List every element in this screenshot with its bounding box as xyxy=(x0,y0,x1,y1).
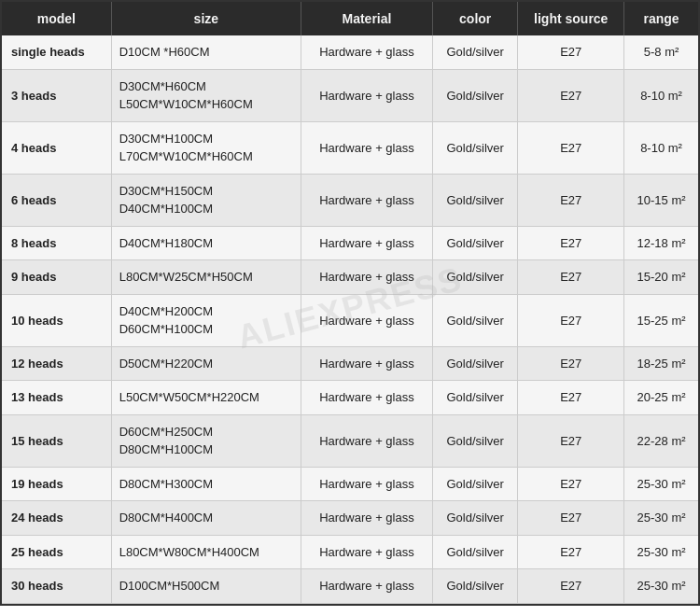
table-row: 30 heads D100CM*H500CM Hardware + glass … xyxy=(2,569,698,604)
cell-model: 4 heads xyxy=(2,121,111,174)
cell-material: Hardware + glass xyxy=(301,414,433,467)
cell-color: Gold/silver xyxy=(432,174,518,226)
cell-model: 6 heads xyxy=(2,174,111,226)
cell-light-source: E27 xyxy=(518,467,624,501)
product-table-wrapper: model size Material color light source r… xyxy=(0,0,700,606)
cell-light-source: E27 xyxy=(518,260,624,295)
cell-color: Gold/silver xyxy=(432,501,518,536)
cell-light-source: E27 xyxy=(518,535,624,569)
cell-material: Hardware + glass xyxy=(301,501,433,536)
cell-range: 22-28 m² xyxy=(624,414,698,467)
table-row: 10 heads D40CM*H200CMD60CM*H100CM Hardwa… xyxy=(2,294,698,346)
table-row: 8 heads D40CM*H180CM Hardware + glass Go… xyxy=(2,226,698,260)
cell-model: 25 heads xyxy=(2,535,111,569)
cell-model: single heads xyxy=(2,35,111,69)
table-row: 6 heads D30CM*H150CMD40CM*H100CM Hardwar… xyxy=(2,174,698,226)
cell-color: Gold/silver xyxy=(432,294,518,346)
cell-range: 18-25 m² xyxy=(624,346,698,381)
cell-range: 25-30 m² xyxy=(624,535,698,569)
cell-light-source: E27 xyxy=(518,69,624,121)
cell-range: 12-18 m² xyxy=(624,226,698,260)
cell-light-source: E27 xyxy=(518,226,624,260)
cell-model: 9 heads xyxy=(2,260,111,295)
cell-light-source: E27 xyxy=(518,501,624,536)
cell-color: Gold/silver xyxy=(432,35,518,69)
cell-light-source: E27 xyxy=(518,569,624,604)
header-color: color xyxy=(432,2,518,35)
cell-material: Hardware + glass xyxy=(301,174,433,226)
cell-color: Gold/silver xyxy=(432,569,518,604)
cell-light-source: E27 xyxy=(518,346,624,381)
cell-material: Hardware + glass xyxy=(301,535,433,569)
table-row: 19 heads D80CM*H300CM Hardware + glass G… xyxy=(2,467,698,501)
cell-light-source: E27 xyxy=(518,414,624,467)
cell-model: 10 heads xyxy=(2,294,111,346)
cell-size: D80CM*H300CM xyxy=(111,467,301,501)
cell-light-source: E27 xyxy=(518,121,624,174)
cell-size: D80CM*H400CM xyxy=(111,501,301,536)
cell-range: 25-30 m² xyxy=(624,467,698,501)
cell-size: D40CM*H180CM xyxy=(111,226,301,260)
cell-material: Hardware + glass xyxy=(301,121,433,174)
cell-material: Hardware + glass xyxy=(301,569,433,604)
cell-range: 15-25 m² xyxy=(624,294,698,346)
cell-size: D60CM*H250CMD80CM*H100CM xyxy=(111,414,301,467)
cell-range: 15-20 m² xyxy=(624,260,698,295)
cell-color: Gold/silver xyxy=(432,414,518,467)
cell-size: L50CM*W50CM*H220CM xyxy=(111,381,301,415)
table-row: 15 heads D60CM*H250CMD80CM*H100CM Hardwa… xyxy=(2,414,698,467)
table-row: 4 heads D30CM*H100CML70CM*W10CM*H60CM Ha… xyxy=(2,121,698,174)
cell-color: Gold/silver xyxy=(432,69,518,121)
cell-model: 24 heads xyxy=(2,501,111,536)
cell-model: 3 heads xyxy=(2,69,111,121)
cell-material: Hardware + glass xyxy=(301,69,433,121)
cell-model: 19 heads xyxy=(2,467,111,501)
cell-size: D40CM*H200CMD60CM*H100CM xyxy=(111,294,301,346)
cell-range: 25-30 m² xyxy=(624,501,698,536)
cell-light-source: E27 xyxy=(518,294,624,346)
cell-material: Hardware + glass xyxy=(301,467,433,501)
cell-range: 20-25 m² xyxy=(624,381,698,415)
cell-model: 12 heads xyxy=(2,346,111,381)
cell-material: Hardware + glass xyxy=(301,260,433,295)
cell-size: D100CM*H500CM xyxy=(111,569,301,604)
header-range: range xyxy=(624,2,698,35)
cell-light-source: E27 xyxy=(518,381,624,415)
cell-range: 10-15 m² xyxy=(624,174,698,226)
table-row: 12 heads D50CM*H220CM Hardware + glass G… xyxy=(2,346,698,381)
header-light-source: light source xyxy=(518,2,624,35)
cell-material: Hardware + glass xyxy=(301,294,433,346)
table-row: 24 heads D80CM*H400CM Hardware + glass G… xyxy=(2,501,698,536)
cell-color: Gold/silver xyxy=(432,381,518,415)
cell-range: 5-8 m² xyxy=(624,35,698,69)
cell-material: Hardware + glass xyxy=(301,35,433,69)
cell-size: D30CM*H100CML70CM*W10CM*H60CM xyxy=(111,121,301,174)
cell-material: Hardware + glass xyxy=(301,346,433,381)
cell-model: 13 heads xyxy=(2,381,111,415)
cell-size: D10CM *H60CM xyxy=(111,35,301,69)
table-row: 9 heads L80CM*W25CM*H50CM Hardware + gla… xyxy=(2,260,698,295)
cell-material: Hardware + glass xyxy=(301,381,433,415)
cell-size: L80CM*W25CM*H50CM xyxy=(111,260,301,295)
table-row: 13 heads L50CM*W50CM*H220CM Hardware + g… xyxy=(2,381,698,415)
cell-color: Gold/silver xyxy=(432,535,518,569)
table-row: 3 heads D30CM*H60CML50CM*W10CM*H60CM Har… xyxy=(2,69,698,121)
header-size: size xyxy=(111,2,301,35)
cell-color: Gold/silver xyxy=(432,121,518,174)
table-row: 25 heads L80CM*W80CM*H400CM Hardware + g… xyxy=(2,535,698,569)
cell-size: D30CM*H150CMD40CM*H100CM xyxy=(111,174,301,226)
cell-size: D50CM*H220CM xyxy=(111,346,301,381)
cell-model: 15 heads xyxy=(2,414,111,467)
table-header-row: model size Material color light source r… xyxy=(2,2,698,35)
cell-color: Gold/silver xyxy=(432,260,518,295)
cell-light-source: E27 xyxy=(518,174,624,226)
cell-color: Gold/silver xyxy=(432,346,518,381)
cell-range: 8-10 m² xyxy=(624,121,698,174)
cell-material: Hardware + glass xyxy=(301,226,433,260)
product-table: model size Material color light source r… xyxy=(2,2,698,604)
header-material: Material xyxy=(301,2,433,35)
page-container: model size Material color light source r… xyxy=(0,0,700,616)
header-model: model xyxy=(2,2,111,35)
cell-light-source: E27 xyxy=(518,35,624,69)
cell-color: Gold/silver xyxy=(432,226,518,260)
